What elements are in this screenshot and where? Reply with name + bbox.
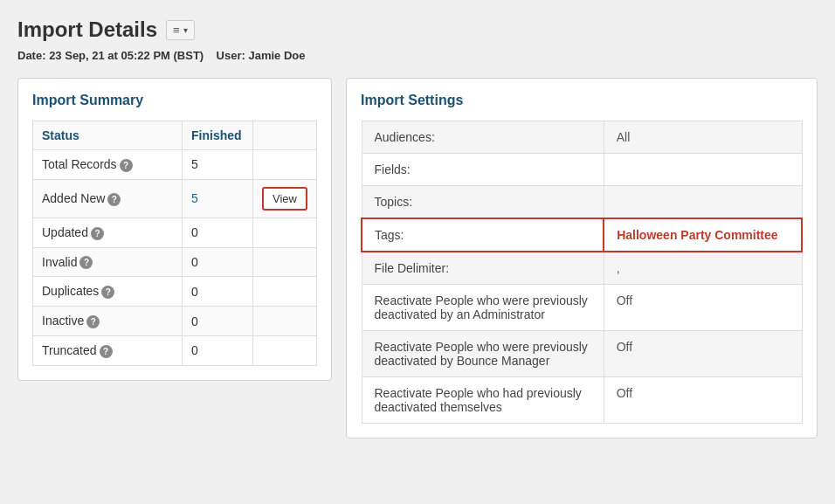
col-finished-header: Finished (183, 121, 253, 150)
help-icon[interactable]: ? (86, 315, 100, 328)
summary-row-action[interactable]: View (253, 179, 317, 217)
content-row: Import Summary Status Finished Total Rec… (17, 78, 818, 438)
summary-row-label: Added New? (33, 179, 183, 217)
summary-row-label: Duplicates? (33, 277, 183, 307)
help-icon[interactable]: ? (120, 159, 133, 172)
summary-row-label: Updated? (33, 217, 183, 247)
summary-row-value: 0 (183, 307, 253, 336)
tag-value: Halloween Party Committee (617, 228, 777, 242)
view-button[interactable]: View (262, 187, 307, 211)
summary-row-action (253, 247, 317, 277)
summary-table: Status Finished Total Records?5Added New… (32, 121, 317, 366)
settings-row-value: Off (604, 377, 802, 424)
import-settings-card: Import Settings Audiences:AllFields:Topi… (346, 78, 818, 438)
settings-row-label: Fields: (362, 154, 604, 186)
help-icon[interactable]: ? (107, 193, 121, 206)
settings-row-value: Off (604, 331, 802, 377)
user-label: User: (217, 49, 245, 62)
settings-row-label: File Delimiter: (362, 252, 604, 285)
menu-icon: ≡ (173, 24, 180, 37)
settings-row-label: Reactivate People who had previously dea… (362, 377, 604, 424)
settings-row-value (604, 186, 802, 219)
settings-row-label: Reactivate People who were previously de… (362, 331, 604, 377)
col-status-header: Status (33, 121, 183, 150)
help-icon[interactable]: ? (91, 227, 104, 240)
summary-row-action (253, 150, 317, 180)
meta-bar: Date: 23 Sep, 21 at 05:22 PM (BST) User:… (17, 49, 818, 62)
summary-row-action (253, 307, 317, 336)
user-value: Jamie Doe (248, 49, 305, 62)
settings-row-label: Tags: (362, 218, 604, 252)
date-value: 23 Sep, 21 at 05:22 PM (BST) (49, 49, 204, 62)
summary-row-value: 0 (183, 247, 253, 277)
summary-row-action (253, 335, 317, 365)
summary-row-label: Invalid? (33, 247, 183, 277)
settings-row-value (604, 154, 802, 186)
added-new-link[interactable]: 5 (191, 191, 198, 205)
settings-row-value: Halloween Party Committee (604, 218, 802, 252)
summary-row-label: Inactive? (33, 307, 183, 336)
summary-row-label: Total Records? (33, 150, 183, 180)
summary-row-value[interactable]: 5 (183, 179, 253, 217)
help-icon[interactable]: ? (101, 286, 114, 299)
settings-table: Audiences:AllFields:Topics:Tags:Hallowee… (361, 121, 803, 424)
summary-row-value: 0 (183, 217, 253, 247)
summary-row-label: Truncated? (33, 335, 183, 365)
import-summary-card: Import Summary Status Finished Total Rec… (17, 78, 332, 381)
col-action-header (253, 121, 317, 150)
chevron-down-icon: ▾ (183, 25, 188, 35)
settings-row-label: Topics: (362, 186, 604, 219)
settings-row-label: Reactivate People who were previously de… (362, 285, 604, 331)
menu-button[interactable]: ≡ ▾ (166, 20, 195, 40)
summary-row-value: 0 (183, 335, 253, 365)
help-icon[interactable]: ? (100, 345, 113, 358)
settings-row-value: , (604, 252, 802, 285)
summary-title: Import Summary (32, 93, 317, 108)
summary-row-value: 5 (183, 150, 253, 180)
settings-title: Import Settings (361, 93, 803, 108)
summary-row-action (253, 277, 317, 307)
help-icon[interactable]: ? (79, 256, 93, 269)
summary-row-value: 0 (183, 277, 253, 307)
settings-row-label: Audiences: (362, 121, 604, 154)
page-title: Import Details (17, 17, 157, 42)
summary-row-action (253, 217, 317, 247)
date-label: Date: (17, 49, 46, 62)
settings-row-value: All (604, 121, 802, 154)
page-header: Import Details ≡ ▾ (17, 17, 818, 42)
settings-row-value: Off (604, 285, 802, 331)
